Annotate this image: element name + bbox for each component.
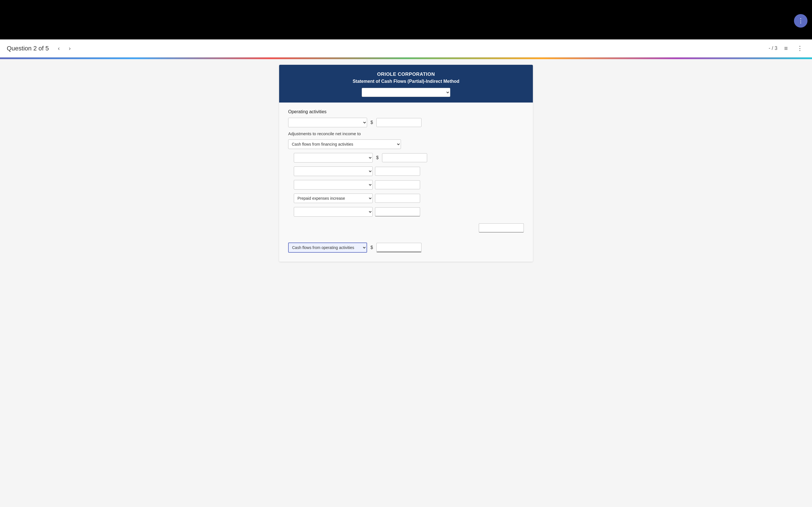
adjustment-dropdown-3[interactable]: Depreciation expense Accounts receivable… bbox=[294, 180, 373, 189]
net-cash-input[interactable] bbox=[376, 243, 421, 252]
period-selector-wrapper: For the Year Ended December 31, 2025 For… bbox=[285, 88, 527, 97]
total-adjustments-input[interactable] bbox=[479, 223, 524, 232]
operating-activities-label: Operating activities bbox=[288, 109, 524, 114]
adjustment-dropdown-2[interactable]: Depreciation expense Accounts receivable… bbox=[294, 166, 373, 176]
adjustment-amount-col-1 bbox=[382, 153, 427, 162]
net-income-dropdown-col: Net income Net loss bbox=[288, 118, 367, 127]
adjustment-dropdown-5[interactable]: Depreciation expense Accounts receivable… bbox=[294, 207, 373, 217]
card-header: ORIOLE CORPORATION Statement of Cash Flo… bbox=[279, 65, 533, 103]
adjustment-input-5[interactable] bbox=[375, 207, 420, 216]
adj-dollar-1: $ bbox=[375, 155, 380, 160]
net-income-dropdown[interactable]: Net income Net loss bbox=[288, 118, 367, 127]
reconcile-dropdown[interactable]: Cash flows from financing activities Cas… bbox=[288, 139, 401, 149]
adjustment-amount-col-3 bbox=[375, 180, 420, 189]
adjustment-input-3[interactable] bbox=[375, 180, 420, 189]
more-icon: ⋮ bbox=[797, 45, 803, 52]
adjustment-amount-col-2 bbox=[375, 167, 420, 176]
adjustment-dropdown-col-5: Depreciation expense Accounts receivable… bbox=[294, 207, 373, 217]
adjustment-row-4: Depreciation expense Accounts receivable… bbox=[288, 193, 524, 203]
reconcile-dropdown-wrapper: Cash flows from financing activities Cas… bbox=[288, 139, 524, 149]
net-cash-dropdown[interactable]: Cash flows from operating activities Cas… bbox=[288, 242, 367, 252]
adjustment-row-3: Depreciation expense Accounts receivable… bbox=[288, 180, 524, 189]
adjustment-row-5: Depreciation expense Accounts receivable… bbox=[288, 207, 524, 217]
net-cash-amount-col bbox=[376, 243, 421, 252]
card-body: Operating activities Net income Net loss… bbox=[279, 103, 533, 262]
adjustments-label: Adjustments to reconcile net income to bbox=[288, 131, 524, 136]
main-card: ORIOLE CORPORATION Statement of Cash Flo… bbox=[279, 65, 533, 262]
total-amount-col bbox=[479, 223, 524, 232]
net-income-input[interactable] bbox=[376, 118, 421, 127]
adjustment-amount-col-5 bbox=[375, 207, 420, 216]
list-view-button[interactable]: ≡ bbox=[782, 44, 790, 53]
next-question-button[interactable]: › bbox=[66, 44, 73, 53]
gap-row-1 bbox=[288, 221, 524, 223]
net-cash-row: Cash flows from operating activities Cas… bbox=[288, 242, 524, 252]
company-name-plain: ORIOLE bbox=[377, 71, 398, 77]
adjustment-input-4[interactable] bbox=[375, 194, 420, 203]
company-name: ORIOLE CORPORATION bbox=[285, 71, 527, 77]
net-cash-dollar-sign: $ bbox=[369, 245, 374, 250]
adjustment-dropdown-col-3: Depreciation expense Accounts receivable… bbox=[294, 180, 373, 189]
adjustment-input-2[interactable] bbox=[375, 167, 420, 176]
total-adjustments-row bbox=[288, 223, 524, 232]
top-bar-menu-icon: ⋮ bbox=[798, 17, 804, 24]
company-name-bold: CORPORATION bbox=[398, 71, 435, 77]
period-dropdown[interactable]: For the Year Ended December 31, 2025 For… bbox=[362, 88, 450, 97]
adjustment-row-2: Depreciation expense Accounts receivable… bbox=[288, 166, 524, 176]
net-cash-dropdown-col: Cash flows from operating activities Cas… bbox=[288, 242, 367, 252]
adjustment-dropdown-col-1: Depreciation expense Accounts receivable… bbox=[294, 153, 373, 163]
adjustment-dropdown-1[interactable]: Depreciation expense Accounts receivable… bbox=[294, 153, 373, 163]
statement-subtitle: Statement of Cash Flows (Partial)-Indire… bbox=[285, 79, 527, 84]
gap-row-2 bbox=[288, 236, 524, 239]
top-bar-menu-button[interactable]: ⋮ bbox=[794, 14, 808, 27]
more-options-button[interactable]: ⋮ bbox=[795, 44, 805, 53]
page-indicator: - / 3 bbox=[769, 45, 777, 51]
adjustment-row-1: Depreciation expense Accounts receivable… bbox=[288, 153, 524, 163]
net-income-row: Net income Net loss $ bbox=[288, 118, 524, 127]
adjustment-dropdown-4[interactable]: Depreciation expense Accounts receivable… bbox=[294, 193, 373, 203]
adjustment-amount-col-4 bbox=[375, 194, 420, 203]
top-bar: ⋮ bbox=[0, 0, 812, 40]
content-area: ORIOLE CORPORATION Statement of Cash Flo… bbox=[0, 59, 812, 507]
prev-question-button[interactable]: ‹ bbox=[56, 44, 62, 53]
net-income-amount-col bbox=[376, 118, 421, 127]
question-label: Question 2 of 5 bbox=[7, 45, 49, 52]
adjustment-input-1[interactable] bbox=[382, 153, 427, 162]
net-income-dollar-sign: $ bbox=[369, 120, 374, 125]
adjustment-dropdown-col-2: Depreciation expense Accounts receivable… bbox=[294, 166, 373, 176]
adjustment-dropdown-col-4: Depreciation expense Accounts receivable… bbox=[294, 193, 373, 203]
nav-bar: Question 2 of 5 ‹ › - / 3 ≡ ⋮ bbox=[0, 40, 812, 57]
list-icon: ≡ bbox=[784, 45, 788, 52]
